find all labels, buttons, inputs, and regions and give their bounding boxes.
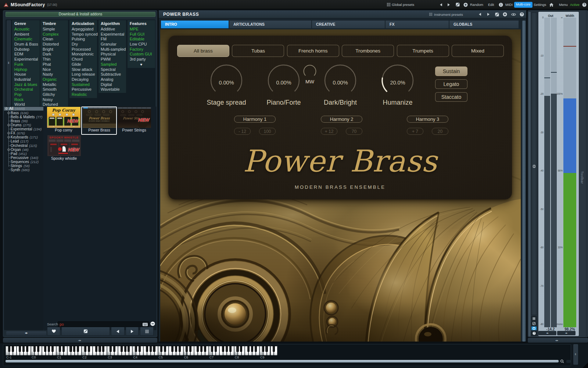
piano-key-black[interactable] <box>204 346 206 352</box>
piano-key-black[interactable] <box>189 346 191 352</box>
piano-key-black[interactable] <box>222 346 224 352</box>
filter-item[interactable]: Drum & Bass <box>12 42 40 47</box>
power-button[interactable] <box>531 326 537 331</box>
filter-item[interactable]: Pulsing <box>69 37 97 42</box>
keyboard-scrollbar[interactable] <box>6 360 560 362</box>
tab[interactable]: INTRO <box>161 21 229 28</box>
filter-item[interactable]: Metallic <box>40 82 68 87</box>
piano-key-black[interactable] <box>153 346 155 352</box>
inst-ab-button[interactable] <box>495 10 499 18</box>
tree-item[interactable]: Lead (217) <box>4 139 43 143</box>
filter-item[interactable]: Monophonic <box>69 52 97 57</box>
filter-item[interactable]: Wavetable <box>98 87 126 92</box>
add-preset-button[interactable] <box>463 0 468 9</box>
filter-item[interactable]: Simple <box>40 27 68 32</box>
filter-item[interactable]: Dry <box>69 42 97 47</box>
piano-key-black[interactable] <box>197 346 199 352</box>
preset-prev-button[interactable] <box>440 0 442 9</box>
piano-key-black[interactable] <box>19 346 21 352</box>
dark-bright-knob[interactable]: 0.00% Dark/Bright <box>318 58 362 102</box>
filter-item[interactable]: Thin <box>40 57 68 62</box>
filter-item[interactable]: FM <box>98 37 126 42</box>
left-divider[interactable]: ◂▸ <box>3 338 157 343</box>
preset-next-button[interactable] <box>448 0 450 9</box>
piano-key-black[interactable] <box>215 346 217 352</box>
filter-item[interactable]: Glide <box>69 62 97 67</box>
stage-spread-knob[interactable]: 0.00% Stage spread <box>204 58 248 102</box>
piano-key-black[interactable] <box>98 346 101 352</box>
filter-item[interactable]: Experimental <box>12 57 40 62</box>
tree-item[interactable]: Strings (58) <box>4 164 43 168</box>
filter-item[interactable]: Digital <box>98 82 126 87</box>
filter-item[interactable]: Funk <box>12 62 40 67</box>
random-preset-button[interactable] <box>61 327 110 336</box>
filter-item[interactable]: Organic <box>40 77 68 82</box>
piano-key-black[interactable] <box>273 346 275 352</box>
harmony-button[interactable]: Harmony 3 <box>407 116 448 123</box>
filter-item[interactable]: Orchestral <box>12 87 40 92</box>
keyboard-option-button[interactable] <box>566 360 571 363</box>
out-meter-resize[interactable]: ◂▸ <box>538 331 556 335</box>
piano-key-black[interactable] <box>135 346 137 352</box>
filter-item[interactable]: Bright <box>40 47 68 52</box>
preset-thumb-power-strings[interactable]: Power Str NEW Power Strings <box>117 107 151 132</box>
tab[interactable]: ARTICULATIONS <box>229 21 311 28</box>
section-button[interactable]: Trumpets <box>397 45 449 57</box>
tree-item[interactable]: Pad (451) <box>4 152 43 156</box>
instrument-presets-button[interactable]: Instrument presets <box>429 10 463 18</box>
piano-key-black[interactable] <box>236 346 239 352</box>
articulation-button[interactable]: Sustain <box>435 66 467 76</box>
tab[interactable]: CREATIVE <box>312 21 385 28</box>
filter-item[interactable]: Factory <box>128 47 155 52</box>
filter-item[interactable]: Dubstep <box>12 47 40 52</box>
filter-item[interactable]: Multi-sampled <box>98 47 126 52</box>
list-menu-button[interactable] <box>140 327 154 336</box>
inst-help-button[interactable] <box>520 10 524 18</box>
filter-item[interactable]: Additive <box>98 27 126 32</box>
piano-key-black[interactable] <box>251 346 253 352</box>
piano-key-black[interactable] <box>95 346 97 352</box>
right-divider[interactable]: ◂▸ <box>528 338 588 343</box>
info-button[interactable] <box>499 0 503 9</box>
piano-key-black[interactable] <box>150 346 152 352</box>
tree-item[interactable]: Drums (275) <box>4 123 43 127</box>
harmony-button[interactable]: Harmony 2 <box>321 116 362 123</box>
inst-prev-button[interactable] <box>479 10 481 18</box>
tree-item[interactable]: Orchestral (115) <box>4 144 43 148</box>
filter-item[interactable]: Experimental <box>98 32 126 37</box>
multi-core-button[interactable]: Multi-core <box>514 0 533 9</box>
piano-key-black[interactable] <box>229 346 232 352</box>
midi-button[interactable]: MIDI <box>505 0 513 9</box>
filter-item[interactable]: Processed <box>69 47 97 52</box>
piano-key-black[interactable] <box>59 346 61 352</box>
articulation-button[interactable]: Staccato <box>435 92 467 102</box>
piano-key-black[interactable] <box>110 346 112 352</box>
keyboard-vscrollbar[interactable]: ⇕ <box>573 344 578 365</box>
preset-thumb-power-brass[interactable]: Power Brass MODERN BRASS ENSEMBLE Power … <box>82 107 116 132</box>
humanize-knob[interactable]: 20.0% Humanize <box>376 58 420 102</box>
piano-key-black[interactable] <box>255 346 257 352</box>
filter-item[interactable]: Arpeggiated <box>69 27 97 32</box>
filter-item[interactable]: Granular <box>98 42 126 47</box>
section-button[interactable]: Tubas <box>232 45 284 57</box>
filter-item[interactable]: Full GUI <box>128 32 155 37</box>
tab[interactable]: FX <box>386 21 449 28</box>
filter-item[interactable]: Decaying <box>69 77 97 82</box>
inst-add-button[interactable] <box>503 10 507 18</box>
piano-key-black[interactable] <box>22 346 25 352</box>
piano-key-black[interactable] <box>73 346 75 352</box>
download-addons-button[interactable]: Download & Install addons <box>6 12 155 17</box>
piano-key-black[interactable] <box>26 346 28 352</box>
filter-item[interactable]: Spectral <box>98 67 126 72</box>
tree-item[interactable]: Bells & Mallets (77) <box>4 115 43 119</box>
filter-item[interactable]: Realistic <box>69 92 97 97</box>
section-button[interactable]: Trombones <box>342 45 394 57</box>
piano-key-black[interactable] <box>113 346 115 352</box>
menu-button[interactable]: Menu <box>559 0 568 9</box>
filter-item[interactable]: Tempo synced <box>69 32 97 37</box>
piano-key-black[interactable] <box>88 346 90 352</box>
piano-key-black[interactable] <box>69 346 72 352</box>
filter-item[interactable]: Slow attack <box>69 67 97 72</box>
piano-key-black[interactable] <box>226 346 228 352</box>
inst-eye-button[interactable] <box>511 10 516 18</box>
